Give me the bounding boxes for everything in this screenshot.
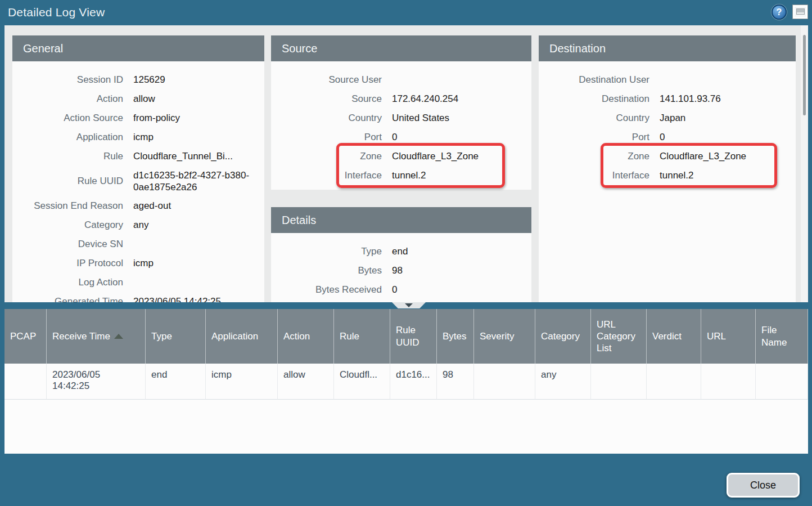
field-source: Source172.64.240.254: [271, 89, 531, 109]
field-application: Applicationicmp: [12, 128, 264, 147]
source-panel-header: Source: [271, 35, 531, 61]
window-icon-glyph: [796, 8, 805, 15]
collapse-handle[interactable]: [392, 302, 426, 308]
details-panel-body: Typeend Bytes98 Bytes Received0: [271, 233, 531, 299]
column-header-action[interactable]: Action: [278, 309, 334, 364]
field-source-interface: Interfacetunnel.2: [271, 166, 531, 185]
column-header-pcap[interactable]: PCAP: [4, 309, 47, 364]
cell-verdict: [647, 364, 701, 400]
field-bytes-received: Bytes Received0: [271, 280, 531, 299]
field-action: Actionallow: [12, 89, 264, 109]
column-header-rule[interactable]: Rule: [334, 309, 390, 364]
field-destination-country: CountryJapan: [539, 109, 796, 128]
field-destination-user: Destination User: [539, 70, 796, 89]
field-destination-interface: Interfacetunnel.2: [539, 166, 796, 185]
log-table-header: PCAP Receive Time Type Application Actio…: [4, 309, 808, 364]
column-header-verdict[interactable]: Verdict: [647, 309, 701, 364]
column-header-file-name[interactable]: File Name: [756, 309, 808, 364]
close-button[interactable]: Close: [727, 473, 800, 498]
cell-receive-time: 2023/06/05 14:42:25: [47, 364, 146, 400]
window-icon[interactable]: [792, 5, 808, 19]
page-title: Detailed Log View: [8, 6, 105, 19]
general-panel-body: Session ID125629 Actionallow Action Sour…: [12, 61, 264, 302]
source-panel-body: Source User Source172.64.240.254 Country…: [271, 61, 531, 185]
field-log-action: Log Action: [12, 273, 264, 292]
cell-url: [701, 364, 756, 400]
field-destination-port: Port0: [539, 128, 796, 147]
cell-severity: [474, 364, 535, 400]
title-bar: Detailed Log View ?: [0, 0, 812, 25]
help-icon[interactable]: ?: [772, 5, 787, 20]
destination-panel: Destination Destination User Destination…: [539, 35, 796, 302]
cell-url-category-list: [591, 364, 647, 400]
field-destination: Destination141.101.93.76: [539, 89, 796, 109]
column-header-category[interactable]: Category: [535, 309, 591, 364]
destination-panel-body: Destination User Destination141.101.93.7…: [539, 61, 796, 185]
sort-ascending-icon: [114, 334, 123, 339]
column-header-receive-time[interactable]: Receive Time: [47, 309, 146, 364]
log-table: PCAP Receive Time Type Application Actio…: [4, 309, 808, 454]
cell-rule: Cloudfl...: [334, 364, 390, 400]
vertical-scrollbar-thumb[interactable]: [803, 35, 806, 115]
log-detail-section: General Session ID125629 Actionallow Act…: [4, 25, 808, 302]
cell-type: end: [146, 364, 206, 400]
cell-rule-uuid: d1c16...: [390, 364, 437, 400]
table-row[interactable]: 2023/06/05 14:42:25 end icmp allow Cloud…: [4, 364, 808, 400]
column-header-url[interactable]: URL: [701, 309, 756, 364]
general-panel-header: General: [12, 35, 264, 61]
source-panel: Source Source User Source172.64.240.254 …: [271, 35, 531, 190]
field-source-country: CountryUnited States: [271, 109, 531, 128]
field-generated-time: Generated Time2023/06/05 14:42:25: [12, 292, 264, 302]
field-ip-protocol: IP Protocolicmp: [12, 254, 264, 273]
field-rule: RuleCloudflare_Tunnel_Bi...: [12, 147, 264, 166]
column-header-application[interactable]: Application: [206, 309, 278, 364]
cell-application: icmp: [206, 364, 278, 400]
field-session-id: Session ID125629: [12, 70, 264, 89]
field-source-zone: ZoneCloudflare_L3_Zone: [271, 147, 531, 166]
detailed-log-view-dialog: Detailed Log View ? General Session ID12…: [0, 0, 812, 506]
field-rule-uuid: Rule UUIDd1c16235-b2f2-4327-b380-0ae1875…: [12, 166, 264, 196]
field-device-sn: Device SN: [12, 235, 264, 254]
column-header-url-category-list[interactable]: URL Category List: [591, 309, 647, 364]
field-session-end-reason: Session End Reasonaged-out: [12, 196, 264, 216]
details-panel-header: Details: [271, 207, 531, 233]
cell-category: any: [535, 364, 591, 400]
field-source-user: Source User: [271, 70, 531, 89]
chevron-down-icon: [405, 303, 413, 307]
column-header-type[interactable]: Type: [146, 309, 206, 364]
field-category: Categoryany: [12, 216, 264, 235]
column-header-severity[interactable]: Severity: [474, 309, 535, 364]
vertical-scrollbar-track[interactable]: [801, 25, 808, 302]
cell-bytes: 98: [437, 364, 474, 400]
field-destination-zone: ZoneCloudflare_L3_Zone: [539, 147, 796, 166]
field-action-source: Action Sourcefrom-policy: [12, 109, 264, 128]
field-type: Typeend: [271, 242, 531, 261]
general-panel: General Session ID125629 Actionallow Act…: [12, 35, 264, 302]
column-header-bytes[interactable]: Bytes: [437, 309, 474, 364]
details-panel: Details Typeend Bytes98 Bytes Received0: [271, 207, 531, 302]
field-bytes: Bytes98: [271, 261, 531, 280]
column-header-rule-uuid[interactable]: Rule UUID: [390, 309, 437, 364]
destination-panel-header: Destination: [539, 35, 796, 61]
cell-file-name: [756, 364, 808, 400]
cell-pcap: [4, 364, 47, 400]
field-source-port: Port0: [271, 128, 531, 147]
cell-action: allow: [278, 364, 334, 400]
